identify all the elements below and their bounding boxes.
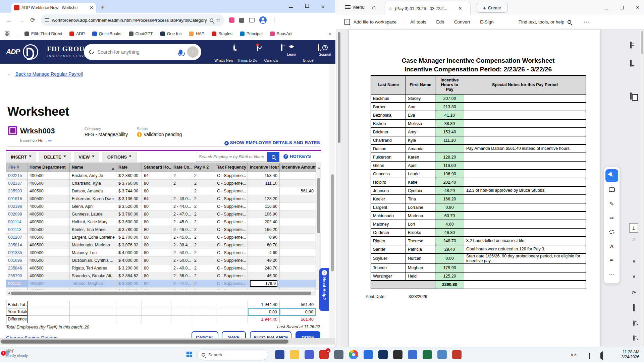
app-icon-4[interactable]: 1 <box>319 350 329 359</box>
pay2-cell[interactable]: 2 <box>192 257 215 264</box>
standard-hours-cell[interactable]: 80 <box>142 257 171 264</box>
name-cell[interactable]: Holbird, Katie Mary <box>70 218 116 226</box>
home-department-cell[interactable]: 400500 <box>28 195 70 203</box>
home-icon[interactable] <box>372 3 376 11</box>
browser-menu-icon[interactable] <box>267 17 277 23</box>
standard-hours-cell[interactable]: 80 <box>142 226 171 234</box>
more-tools-icon[interactable] <box>583 18 589 25</box>
app-icon-11[interactable] <box>423 350 432 359</box>
home-department-cell[interactable]: 400500 <box>28 264 70 272</box>
table-row[interactable]: 001113400500Keeler, Tina Marie$ 3,780.00… <box>6 226 316 234</box>
favorite-star-icon[interactable] <box>388 6 393 12</box>
app-icon-2[interactable] <box>290 350 299 359</box>
tax-frequency-cell[interactable]: C - Suppleme... <box>215 187 248 195</box>
file-number-link[interactable]: 001616 <box>6 195 28 203</box>
home-department-cell[interactable]: 400500 <box>28 172 70 180</box>
browser-tab[interactable]: ADP Workforce Now - Workshe <box>11 3 96 13</box>
profile-avatar[interactable] <box>259 16 267 24</box>
home-department-cell[interactable]: 400500 <box>28 187 70 195</box>
lasso-tool[interactable] <box>605 226 618 238</box>
pay2-cell[interactable]: 2 <box>192 172 215 180</box>
rate-code-cell[interactable]: 2 - 41.0... <box>171 288 192 290</box>
table-row[interactable]: 001207400500Largent, Edna Lorraine$ 2,70… <box>6 234 316 241</box>
tax-frequency-cell[interactable]: C - Suppleme... <box>215 203 248 210</box>
standard-hours-cell[interactable]: 80 <box>142 272 171 280</box>
search-submit-button[interactable] <box>187 46 199 58</box>
file-number-link[interactable]: 001335 <box>6 249 28 257</box>
name-cell[interactable]: Datson, Amanda <box>70 187 116 195</box>
tax-frequency-cell[interactable]: C - Suppleme... <box>215 218 248 226</box>
standard-hours-cell[interactable]: 64 <box>142 172 171 180</box>
home-department-cell[interactable]: 400500 <box>28 210 70 218</box>
need-help-tab[interactable]: Need Help? <box>319 268 329 311</box>
nav-things-to-do[interactable]: Things to Do <box>237 45 258 62</box>
column-header[interactable]: Standard Ho... <box>142 163 171 172</box>
find-search-icon[interactable] <box>568 20 571 24</box>
file-number-link[interactable]: 001113 <box>6 226 28 234</box>
column-header[interactable]: Rate <box>116 163 142 172</box>
current-page-input[interactable]: 1 <box>629 223 638 233</box>
taskbar-search[interactable]: Search <box>197 350 268 360</box>
pay2-cell[interactable]: 2 <box>192 249 215 257</box>
hotkeys-link[interactable]: HOTKEYS <box>283 154 311 159</box>
acrobat-minimize-button[interactable] <box>604 5 608 11</box>
bookmark-item[interactable]: ADP <box>69 32 85 36</box>
standard-hours-cell[interactable]: 80 <box>142 203 171 210</box>
rate-cell[interactable]: $ 3,780.00 <box>116 226 142 234</box>
bookmarks-panel-icon[interactable] <box>630 77 638 84</box>
file-number-link[interactable]: 002099 <box>6 210 28 218</box>
name-cell[interactable]: Saunders, Brooke Ali... <box>70 272 116 280</box>
table-row[interactable]: 235846400500Rigato, Teri Andrea$ 3,200.0… <box>6 264 316 272</box>
home-department-cell[interactable]: 400500 <box>28 218 70 226</box>
file-number-link[interactable]: 002196 <box>6 203 28 210</box>
rate-cell[interactable]: $ 3,760.00 <box>116 180 142 187</box>
file-number-link[interactable]: 001096 <box>6 257 28 264</box>
incentive-amount-cell[interactable] <box>280 203 316 210</box>
incentive-amount-cell[interactable] <box>280 195 316 203</box>
bookmark-item[interactable]: Fifth Third Direct <box>24 32 62 36</box>
show-employee-details-link[interactable]: SHOW EMPLOYEE DETAILS AND RATES <box>181 140 320 145</box>
new-tab-button[interactable]: + <box>101 4 104 11</box>
find-label[interactable]: Find text, tools, or help <box>519 19 565 24</box>
rate-code-cell[interactable]: 2 - 38.4... <box>171 241 192 249</box>
incentive-hours-cell[interactable]: 46.30 <box>248 272 280 280</box>
rate-cell[interactable]: $ 4,000.00 <box>116 257 142 264</box>
rate-code-cell[interactable]: 2 <box>171 180 192 187</box>
edit-pencil-icon[interactable]: ✏ <box>48 138 52 143</box>
comment-tool[interactable] <box>605 183 618 196</box>
edit-menu[interactable]: Edit <box>436 19 444 24</box>
reload-icon[interactable]: ⟳ <box>30 16 35 24</box>
rate-cell[interactable]: $ 4,000.00 <box>116 249 142 257</box>
incentive-amount-cell[interactable]: 561.40 <box>280 187 316 195</box>
nav-calendar[interactable]: Calendar <box>261 45 282 62</box>
nav-support[interactable]: Support <box>315 45 335 56</box>
tax-frequency-cell[interactable]: C - Suppleme... <box>215 210 248 218</box>
incentive-amount-cell[interactable] <box>280 226 316 234</box>
collapse-up-icon[interactable] <box>631 258 637 265</box>
url-field[interactable]: workforcenow.adp.com/theme/admin.html#/P… <box>41 14 224 26</box>
acrobat-close-button[interactable] <box>636 4 639 11</box>
rate-cell[interactable]: $ 3,360.00 <box>116 280 142 288</box>
home-department-cell[interactable]: 400500 <box>28 249 70 257</box>
home-department-cell[interactable]: 400500 <box>28 226 70 234</box>
bookmark-item[interactable]: QuickBooks <box>92 32 121 36</box>
table-row[interactable]: 235814400500Maldonado, Marlena$ 3,076.92… <box>6 241 316 249</box>
document-tab-close-icon[interactable] <box>459 5 462 12</box>
collapse-down-icon[interactable] <box>631 274 637 280</box>
standard-hours-cell[interactable]: 60 <box>142 234 171 241</box>
browser-minimize-button[interactable] <box>286 3 296 9</box>
name-cell[interactable]: Brickner, Amy Jo <box>70 172 116 180</box>
weather-widget[interactable]: 1 35°F Mostly cloudy <box>3 349 28 358</box>
comments-panel-icon[interactable] <box>630 60 638 68</box>
adp-search-bar[interactable] <box>84 44 201 60</box>
extensions-puzzle-icon[interactable] <box>239 18 244 23</box>
bookmark-item[interactable]: One Inc <box>160 32 182 36</box>
standard-hours-cell[interactable]: 80 <box>142 288 171 290</box>
refresh-icon[interactable] <box>631 290 637 296</box>
view-menu[interactable]: VIEW <box>74 152 99 162</box>
rate-cell[interactable]: $ 3,744.00 <box>116 187 142 195</box>
select-tool[interactable] <box>605 169 618 182</box>
panel-scrollbar[interactable] <box>640 29 643 347</box>
rate-cell[interactable]: $ 3,600.00 <box>116 218 142 226</box>
rate-cell[interactable]: $ 3,080.00 <box>116 288 142 290</box>
